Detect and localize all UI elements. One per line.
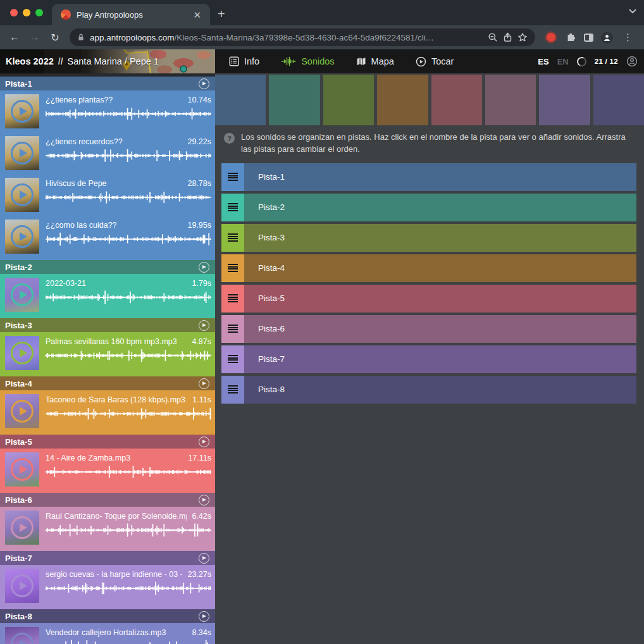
menu-kebab-icon[interactable]: ⋮ bbox=[621, 32, 635, 43]
track-header[interactable]: Pista-2 bbox=[0, 260, 215, 274]
track-header[interactable]: Pista-8 bbox=[0, 609, 215, 623]
drag-handle[interactable] bbox=[221, 376, 244, 404]
clip-waveform[interactable] bbox=[46, 148, 211, 163]
clip[interactable]: 2022-03-211.79s bbox=[0, 274, 215, 318]
color-swatch[interactable] bbox=[539, 75, 590, 125]
fullscreen-window-button[interactable] bbox=[35, 9, 43, 16]
clip-waveform[interactable] bbox=[46, 290, 211, 305]
color-swatch[interactable] bbox=[215, 75, 266, 125]
track-play-button[interactable] bbox=[199, 320, 209, 331]
clip-waveform[interactable] bbox=[46, 406, 211, 421]
lang-es[interactable]: ES bbox=[538, 57, 548, 66]
clip-waveform[interactable] bbox=[46, 190, 211, 205]
tracklist-row-bar[interactable]: Pista-6 bbox=[244, 315, 636, 343]
clip[interactable]: ¿¿tienes recuerdos??29.22s bbox=[0, 132, 215, 174]
track-header[interactable]: Pista-3 bbox=[0, 318, 215, 332]
close-window-button[interactable] bbox=[10, 9, 18, 16]
clip-thumbnail[interactable] bbox=[5, 178, 39, 212]
reload-button[interactable]: ↻ bbox=[47, 32, 63, 44]
tracklist-row-bar[interactable]: Pista-4 bbox=[244, 254, 636, 282]
track-play-button[interactable] bbox=[199, 611, 209, 622]
clip-waveform[interactable] bbox=[46, 106, 211, 121]
track-play-button[interactable] bbox=[199, 553, 209, 564]
color-swatch[interactable] bbox=[377, 75, 428, 125]
track-play-button[interactable] bbox=[199, 437, 209, 447]
clip[interactable]: Raul Cantizano- Toque por Solenoide.mp36… bbox=[0, 507, 215, 551]
nav-item-info[interactable]: Info bbox=[229, 56, 259, 66]
minimize-window-button[interactable] bbox=[23, 9, 30, 16]
tracklist-row[interactable]: Pista-3 bbox=[221, 224, 636, 252]
clip-thumbnail[interactable] bbox=[5, 569, 39, 603]
drag-handle[interactable] bbox=[221, 254, 244, 282]
clip[interactable]: ¿¿como las cuida??19.95s bbox=[0, 216, 215, 257]
color-swatch[interactable] bbox=[485, 75, 536, 125]
track-header[interactable]: Pista-5 bbox=[0, 435, 215, 449]
clip[interactable]: Taconeo de Sara Baras (128 kbps).mp31.11… bbox=[0, 390, 215, 435]
track-play-button[interactable] bbox=[199, 378, 209, 389]
tracklist-row-bar[interactable]: Pista-7 bbox=[244, 345, 636, 373]
clip-play-overlay-icon[interactable] bbox=[11, 225, 34, 248]
tracklist-row-bar[interactable]: Pista-5 bbox=[244, 285, 636, 313]
track-play-button[interactable] bbox=[199, 78, 209, 89]
clip-play-overlay-icon[interactable] bbox=[11, 633, 34, 644]
drag-handle[interactable] bbox=[221, 194, 244, 221]
clip-play-overlay-icon[interactable] bbox=[11, 142, 34, 164]
drag-handle[interactable] bbox=[221, 285, 244, 313]
nav-item-mapa[interactable]: Mapa bbox=[356, 56, 394, 66]
back-button[interactable]: ← bbox=[6, 32, 23, 43]
track-play-button[interactable] bbox=[199, 262, 209, 273]
clip-thumbnail[interactable] bbox=[5, 278, 39, 312]
clip-thumbnail[interactable] bbox=[5, 220, 39, 254]
clip-thumbnail[interactable] bbox=[5, 336, 39, 370]
tracklist-row-bar[interactable]: Pista-2 bbox=[244, 194, 636, 221]
clip[interactable]: Vendedor callejero Hortalizas.mp38.34s bbox=[0, 623, 215, 644]
clip-waveform[interactable] bbox=[46, 581, 211, 596]
tab-close-icon[interactable]: ✕ bbox=[190, 9, 204, 21]
tracklist-row[interactable]: Pista-5 bbox=[221, 285, 636, 313]
track-play-button[interactable] bbox=[199, 495, 209, 505]
clip-thumbnail[interactable] bbox=[5, 94, 39, 128]
track-header[interactable]: Pista-7 bbox=[0, 551, 215, 565]
clip-play-overlay-icon[interactable] bbox=[11, 516, 34, 539]
tracklist-row-bar[interactable]: Pista-3 bbox=[244, 224, 636, 252]
clip-waveform[interactable] bbox=[46, 639, 211, 644]
clip[interactable]: Palmas sevillanas 160 bpm mp3.mp34.87s bbox=[0, 332, 215, 376]
nav-item-sonidos[interactable]: Sonidos bbox=[281, 56, 334, 66]
clip-play-overlay-icon[interactable] bbox=[11, 574, 34, 597]
bookmark-star-icon[interactable] bbox=[517, 32, 528, 42]
map-thumbnail[interactable]: Kleos 2022 // Santa Marina / Pepe 1 bbox=[0, 49, 215, 73]
clip-play-overlay-icon[interactable] bbox=[11, 342, 34, 364]
tracklist-row[interactable]: Pista-2 bbox=[221, 194, 636, 221]
clip[interactable]: 14 - Aire de Zamba.mp317.11s bbox=[0, 449, 215, 493]
nav-item-tocar[interactable]: Tocar bbox=[416, 56, 454, 67]
tracklist-row-bar[interactable]: Pista-8 bbox=[244, 376, 636, 404]
tab-search-chevron-icon[interactable] bbox=[629, 9, 636, 14]
color-swatch[interactable] bbox=[593, 75, 644, 125]
new-tab-button[interactable]: + bbox=[218, 7, 225, 22]
clip-play-overlay-icon[interactable] bbox=[11, 183, 34, 206]
clip-thumbnail[interactable] bbox=[5, 627, 39, 644]
tracklist-row[interactable]: Pista-8 bbox=[221, 376, 636, 404]
color-swatch[interactable] bbox=[323, 75, 374, 125]
recording-indicator-icon[interactable] bbox=[547, 33, 555, 42]
lang-en[interactable]: EN bbox=[557, 57, 569, 66]
browser-tab[interactable]: Play Antropoloops ✕ bbox=[52, 4, 210, 25]
tracklist-row[interactable]: Pista-4 bbox=[221, 254, 636, 282]
account-icon[interactable] bbox=[626, 56, 638, 67]
url-bar[interactable]: app.antropoloops.com/Kleos-Santa-Marina/… bbox=[70, 28, 535, 46]
clip-play-overlay-icon[interactable] bbox=[11, 283, 34, 306]
tracklist-row[interactable]: Pista-1 bbox=[221, 163, 636, 191]
clip-waveform[interactable] bbox=[46, 523, 211, 538]
tracklist-row-bar[interactable]: Pista-1 bbox=[244, 163, 636, 191]
clip-thumbnail[interactable] bbox=[5, 452, 39, 486]
clip[interactable]: ¿¿tienes plantas??10.74s bbox=[0, 90, 215, 132]
tracklist-row[interactable]: Pista-7 bbox=[221, 345, 636, 373]
clip[interactable]: sergio cuevas - la harpe indienne - 03 -… bbox=[0, 565, 215, 609]
clip-play-overlay-icon[interactable] bbox=[11, 400, 34, 423]
profile-avatar[interactable] bbox=[601, 32, 613, 44]
drag-handle[interactable] bbox=[221, 345, 244, 373]
extensions-puzzle-icon[interactable] bbox=[566, 32, 576, 43]
clip-play-overlay-icon[interactable] bbox=[11, 100, 34, 123]
track-header[interactable]: Pista-4 bbox=[0, 376, 215, 390]
track-header[interactable]: Pista-6 bbox=[0, 493, 215, 507]
